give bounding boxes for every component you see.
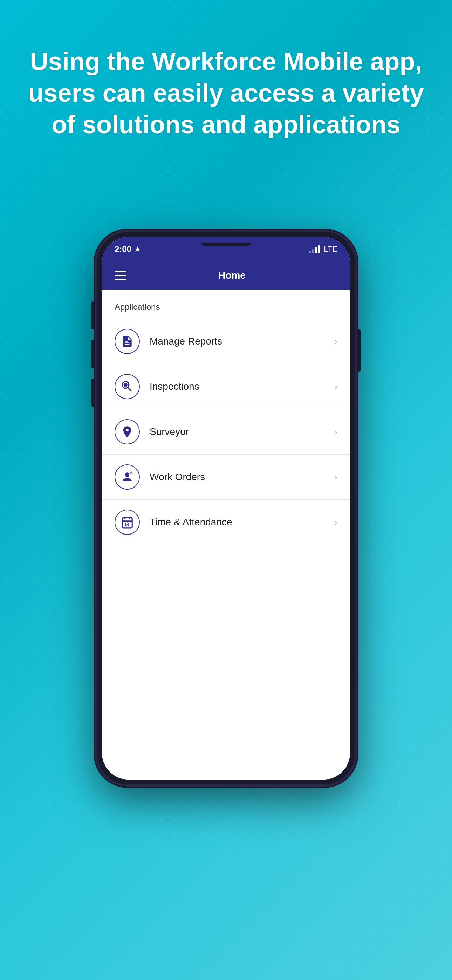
inspection-icon (115, 374, 140, 399)
chevron-right-icon: › (334, 426, 337, 438)
location-arrow-icon (134, 246, 141, 253)
section-label: Applications (102, 302, 350, 319)
svg-line-9 (127, 524, 128, 525)
lte-label: LTE (324, 245, 337, 254)
list-item[interactable]: Manage Reports › (102, 319, 350, 364)
content-area: Applications Manage Reports › (102, 290, 350, 780)
surveyor-label: Surveyor (150, 426, 325, 438)
manage-reports-label: Manage Reports (150, 336, 325, 347)
status-bar: 2:00 LTE (102, 237, 350, 261)
time-attendance-label: Time & Attendance (150, 517, 325, 528)
svg-rect-1 (124, 385, 126, 385)
svg-rect-0 (124, 383, 126, 384)
inspections-label: Inspections (150, 381, 325, 392)
applications-list: Manage Reports › Inspections (102, 319, 350, 545)
list-item[interactable]: Inspections › (102, 364, 350, 409)
phone-shell: 2:00 LTE Home (96, 231, 356, 785)
list-item[interactable]: Time & Attendance › (102, 500, 350, 545)
phone-notch (202, 243, 250, 246)
list-item[interactable]: Work Orders › (102, 455, 350, 500)
hero-title: Using the Workforce Mobile app, users ca… (28, 46, 424, 140)
nav-bar: Home (102, 261, 350, 290)
nav-title: Home (126, 270, 337, 281)
list-item[interactable]: Surveyor › (102, 409, 350, 455)
svg-point-2 (125, 473, 130, 477)
signal-bars-icon (309, 245, 320, 253)
hamburger-menu-button[interactable] (115, 271, 126, 280)
chevron-right-icon: › (334, 517, 337, 528)
work-orders-label: Work Orders (150, 471, 325, 483)
status-icons: LTE (309, 245, 337, 254)
time-attendance-icon (115, 510, 140, 535)
chevron-right-icon: › (334, 381, 337, 392)
phone-mockup: 2:00 LTE Home (96, 231, 356, 918)
hero-section: Using the Workforce Mobile app, users ca… (0, 46, 452, 140)
chevron-right-icon: › (334, 336, 337, 347)
work-orders-icon (115, 465, 140, 490)
chevron-right-icon: › (334, 472, 337, 483)
status-time: 2:00 (115, 244, 141, 254)
report-icon (115, 329, 140, 354)
phone-screen: 2:00 LTE Home (102, 237, 350, 780)
surveyor-icon (115, 419, 140, 444)
